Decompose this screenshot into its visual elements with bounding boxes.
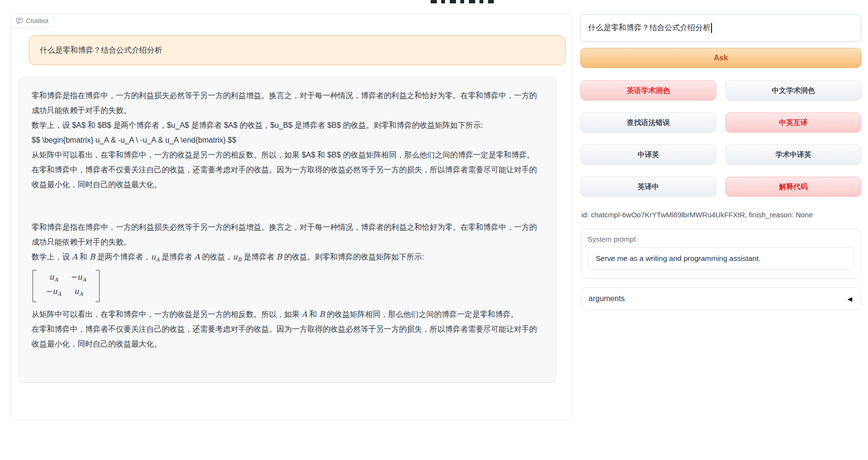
- message-paragraph-gap: [32, 192, 544, 220]
- app-window: Chatbot 什么是零和博弈？结合公式介绍分析 零和博弈是指在博弈中，一方的利…: [0, 0, 868, 460]
- quick-action-button[interactable]: 解释代码: [725, 177, 861, 197]
- system-prompt-label: System prompt: [588, 235, 854, 243]
- bot-message: 零和博弈是指在博弈中，一方的利益损失必然等于另一方的利益增益。换言之，对于每一种…: [19, 77, 556, 383]
- chatbot-label-text: Chatbot: [26, 17, 48, 24]
- quick-action-button[interactable]: 英译中: [580, 177, 716, 197]
- question-input-value: 什么是零和博弈？结合公式介绍分析: [588, 23, 711, 33]
- quick-action-button[interactable]: 英语学术润色: [580, 80, 716, 101]
- message-paragraph: $$ \begin{bmatrix} u_A & -u_A \ -u_A & u…: [32, 133, 544, 147]
- arguments-accordion-header[interactable]: arguments ◀: [580, 287, 861, 310]
- system-prompt-card: System prompt Serve me as a writing and …: [580, 229, 861, 279]
- matrix-cell: uA: [66, 286, 91, 300]
- message-paragraph: uA−uA−uAuA: [32, 267, 544, 306]
- matrix-left-bracket: [33, 270, 36, 302]
- matrix-cell: uA: [41, 271, 66, 286]
- matrix-right-bracket: [96, 270, 100, 302]
- bot-message-content: 零和博弈是指在博弈中，一方的利益损失必然等于另一方的利益增益。换言之，对于每一种…: [32, 88, 544, 351]
- quick-action-grid: 英语学术润色中文学术润色查找语法错误中英互译中译英学术中译英英译中解释代码: [580, 80, 861, 197]
- question-input[interactable]: 什么是零和博弈？结合公式介绍分析: [580, 14, 861, 42]
- matrix-row: uA−uA: [41, 271, 91, 286]
- ask-button[interactable]: Ask: [580, 48, 861, 68]
- message-paragraph: 零和博弈是指在博弈中，一方的利益损失必然等于另一方的利益增益。换言之，对于每一种…: [32, 220, 544, 249]
- chat-bubble-icon: [16, 17, 23, 24]
- response-status-text: id: chatcmpl-6wOo7KrYTwMl89lbrMWRu4UkFFX…: [581, 211, 813, 219]
- quick-action-button[interactable]: 中译英: [580, 145, 716, 165]
- payoff-matrix: uA−uA−uAuA: [33, 270, 100, 302]
- accordion-collapse-icon[interactable]: ◀: [847, 295, 852, 303]
- message-paragraph: 在零和博弈中，博弈者不仅要关注自己的收益，还需要考虑对手的收益。因为一方取得的收…: [32, 162, 544, 192]
- system-prompt-value: Serve me as a writing and programming as…: [596, 254, 761, 263]
- message-paragraph: 从矩阵中可以看出，在零和博弈中，一方的收益是另一方的相反数。所以，如果 A 和 …: [32, 307, 544, 322]
- matrix-row: −uAuA: [41, 286, 91, 300]
- user-message: 什么是零和博弈？结合公式介绍分析: [29, 35, 566, 65]
- matrix-cell: −uA: [66, 271, 91, 286]
- system-prompt-input[interactable]: Serve me as a writing and programming as…: [588, 247, 854, 269]
- chatbot-panel: Chatbot 什么是零和博弈？结合公式介绍分析 零和博弈是指在博弈中，一方的利…: [11, 14, 572, 420]
- user-message-text: 什么是零和博弈？结合公式介绍分析: [40, 45, 162, 56]
- text-caret: [711, 23, 712, 33]
- arguments-accordion-label: arguments: [589, 294, 625, 303]
- quick-action-button[interactable]: 查找语法错误: [580, 112, 716, 133]
- chatbot-label: Chatbot: [11, 14, 55, 28]
- message-paragraph: 在零和博弈中，博弈者不仅要关注自己的收益，还需要考虑对手的收益。因为一方取得的收…: [32, 322, 544, 351]
- message-paragraph: 数学上，设 $A$ 和 $B$ 是两个博弈者，$u_A$ 是博弈者 $A$ 的收…: [32, 118, 544, 133]
- quick-action-button[interactable]: 学术中译英: [725, 145, 861, 165]
- message-paragraph: 从矩阵中可以看出，在零和博弈中，一方的收益是另一方的相反数。所以，如果 $A$ …: [32, 147, 544, 162]
- message-paragraph: 数学上，设 A 和 B 是两个博弈者，uA 是博弈者 A 的收益，uB 是博弈者…: [32, 249, 544, 267]
- clipped-title-fragment: [431, 0, 494, 3]
- quick-action-button[interactable]: 中英互译: [725, 112, 861, 133]
- matrix-rows: uA−uA−uAuA: [36, 270, 96, 302]
- quick-action-button[interactable]: 中文学术润色: [725, 80, 861, 101]
- matrix-cell: −uA: [41, 286, 66, 300]
- message-paragraph: 零和博弈是指在博弈中，一方的利益损失必然等于另一方的利益增益。换言之，对于每一种…: [32, 88, 544, 118]
